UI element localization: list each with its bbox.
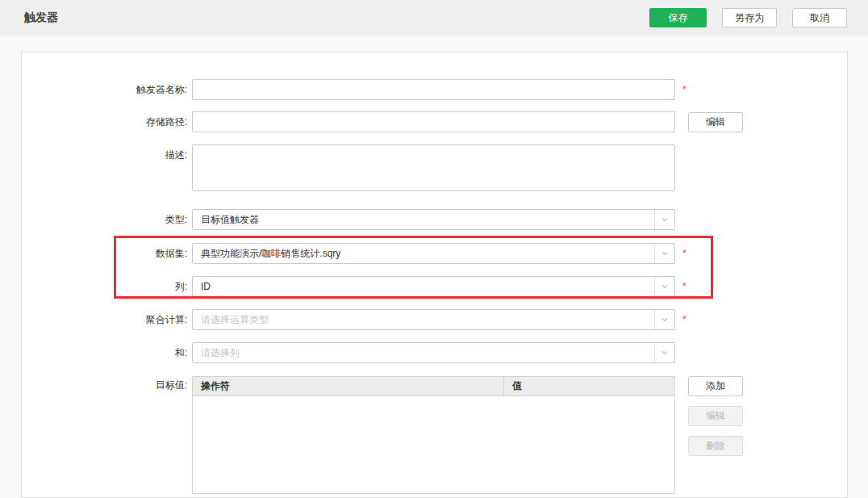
chevron-down-icon: [654, 310, 674, 329]
target-value-row: 目标值: 操作符 值 添加 编辑 删除: [22, 376, 847, 494]
save-button[interactable]: 保存: [649, 8, 707, 27]
storage-path-label: 存储路径:: [22, 111, 187, 132]
required-marker: *: [682, 276, 686, 297]
save-as-button[interactable]: 另存为: [722, 8, 777, 27]
page-title: 触发器: [24, 10, 58, 25]
and-label: 和:: [22, 342, 187, 363]
edit-button[interactable]: 编辑: [688, 406, 743, 426]
aggregate-select[interactable]: 请选择运算类型: [192, 309, 675, 330]
dataset-select[interactable]: 典型功能演示/咖啡销售统计.sqry: [192, 243, 675, 264]
required-marker: *: [682, 309, 686, 330]
target-table-body[interactable]: [193, 396, 674, 494]
required-marker: *: [682, 243, 686, 264]
type-select[interactable]: 目标值触发器: [192, 209, 675, 230]
type-label: 类型:: [22, 209, 187, 230]
header-buttons: 保存 另存为 取消: [649, 8, 847, 27]
chevron-down-icon: [654, 244, 674, 263]
target-table-buttons: 添加 编辑 删除: [688, 376, 743, 456]
edit-path-button[interactable]: 编辑: [688, 112, 743, 132]
target-value-table: 操作符 值: [192, 376, 675, 494]
header-bar: 触发器 保存 另存为 取消: [0, 0, 868, 36]
aggregate-row: 聚合计算: 请选择运算类型 *: [22, 309, 847, 330]
column-label: 列:: [22, 276, 187, 297]
required-marker: *: [682, 79, 686, 100]
dataset-label: 数据集:: [22, 243, 187, 264]
aggregate-label: 聚合计算:: [22, 309, 187, 330]
and-row: 和: 请选择列: [22, 342, 847, 363]
and-select[interactable]: 请选择列: [192, 342, 675, 363]
target-value-label: 目标值:: [22, 376, 187, 391]
type-row: 类型: 目标值触发器: [22, 209, 847, 230]
description-label: 描述:: [22, 144, 187, 161]
column-row: 列: ID *: [22, 276, 847, 297]
add-button[interactable]: 添加: [688, 376, 743, 396]
delete-button[interactable]: 删除: [688, 436, 743, 456]
column-select[interactable]: ID: [192, 276, 675, 297]
chevron-down-icon: [654, 343, 674, 362]
chevron-down-icon: [654, 210, 674, 229]
trigger-name-label: 触发器名称:: [22, 79, 187, 100]
description-row: 描述:: [22, 144, 847, 194]
trigger-name-row: 触发器名称: *: [22, 79, 847, 100]
value-column-header: 值: [504, 377, 674, 395]
cancel-button[interactable]: 取消: [792, 8, 847, 27]
aggregate-select-placeholder: 请选择运算类型: [193, 310, 654, 329]
description-textarea[interactable]: [192, 144, 675, 191]
operator-column-header: 操作符: [193, 377, 504, 395]
chevron-down-icon: [654, 277, 674, 296]
trigger-name-input[interactable]: [192, 79, 675, 100]
type-select-value: 目标值触发器: [193, 210, 654, 229]
and-select-placeholder: 请选择列: [193, 343, 654, 362]
storage-path-input[interactable]: [192, 111, 675, 132]
trigger-form-panel: 触发器名称: * 存储路径: 编辑 描述: 类型: 目标值触发器 数据集: [21, 52, 848, 498]
column-select-value: ID: [193, 277, 654, 296]
dataset-select-value: 典型功能演示/咖啡销售统计.sqry: [193, 244, 654, 263]
target-table-header: 操作符 值: [193, 377, 674, 396]
storage-path-row: 存储路径: 编辑: [22, 111, 847, 132]
dataset-row: 数据集: 典型功能演示/咖啡销售统计.sqry *: [22, 243, 847, 264]
